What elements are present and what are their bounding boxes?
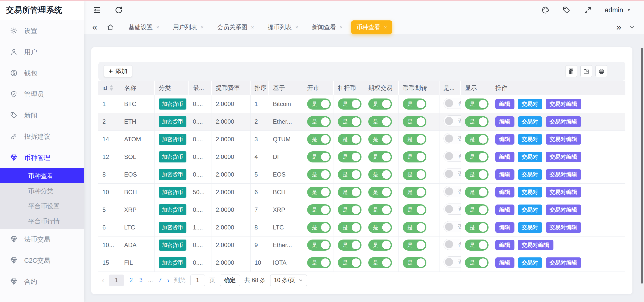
legal-toggle[interactable]: 否 [444,115,461,126]
columns-toggle-button[interactable] [565,65,577,77]
coin-transfer-toggle[interactable]: 是 [403,222,426,233]
show-toggle[interactable]: 是 [465,169,489,180]
tabs-scroll-left-button[interactable]: « [92,23,97,32]
open-market-toggle[interactable]: 是 [307,116,331,127]
export-button[interactable] [580,65,592,77]
edit-button[interactable]: 编辑 [495,187,514,197]
column-header-id[interactable]: id [98,81,120,95]
close-icon[interactable]: × [384,24,387,30]
coin-transfer-toggle[interactable]: 是 [403,98,426,110]
coin-transfer-toggle[interactable]: 是 [403,204,426,215]
options-trade-toggle[interactable]: 是 [368,240,392,251]
show-toggle[interactable]: 是 [465,98,489,110]
collapse-menu-button[interactable] [93,6,101,14]
leverage-toggle[interactable]: 是 [338,257,361,268]
options-trade-toggle[interactable]: 是 [368,116,392,127]
edit-button[interactable]: 编辑 [495,116,514,127]
prev-page-button[interactable]: ‹ [102,276,104,285]
open-market-toggle[interactable]: 是 [307,222,331,233]
legal-toggle[interactable]: 否 [444,186,461,197]
pair-edit-button[interactable]: 交易对编辑 [546,116,581,127]
pair-button[interactable]: 交易对 [518,116,542,127]
coin-transfer-toggle[interactable]: 是 [403,257,426,268]
submenu-item-platform-coin-settings[interactable]: 平台币设置 [0,198,84,214]
options-trade-toggle[interactable]: 是 [368,151,392,162]
submenu-item-platform-coin-quotes[interactable]: 平台币行情 [0,214,84,229]
submenu-item-coin-view[interactable]: 币种查看 [0,168,84,183]
close-icon[interactable]: × [340,24,343,30]
legal-toggle[interactable]: 否 [444,239,461,250]
submenu-item-coin-category[interactable]: 币种分类 [0,183,84,198]
current-page[interactable]: 1 [109,275,124,286]
leverage-toggle[interactable]: 是 [338,134,361,145]
close-icon[interactable]: × [200,24,204,30]
pair-edit-button[interactable]: 交易对编辑 [546,222,581,233]
pair-edit-button[interactable]: 交易对编辑 [546,152,581,162]
pair-button[interactable]: 交易对 [518,222,542,233]
next-page-button[interactable]: › [167,276,170,285]
options-trade-toggle[interactable]: 是 [368,169,392,180]
coin-transfer-toggle[interactable]: 是 [403,169,426,180]
coin-transfer-toggle[interactable]: 是 [403,151,426,162]
coin-transfer-toggle[interactable]: 是 [403,187,426,198]
show-toggle[interactable]: 是 [465,187,489,198]
pair-edit-button[interactable]: 交易对编辑 [546,134,581,145]
leverage-toggle[interactable]: 是 [338,98,361,110]
show-toggle[interactable]: 是 [465,134,489,145]
pair-edit-button[interactable]: 交易对编辑 [546,169,581,180]
open-market-toggle[interactable]: 是 [307,240,331,251]
tab-withdraw-list[interactable]: 提币列表× [263,20,303,34]
tag-button[interactable] [562,6,571,14]
options-trade-toggle[interactable]: 是 [368,134,392,145]
legal-toggle[interactable]: 否 [444,151,461,162]
options-trade-toggle[interactable]: 是 [368,204,392,215]
open-market-toggle[interactable]: 是 [307,134,331,145]
open-market-toggle[interactable]: 是 [307,257,331,268]
tab-news-view[interactable]: 新闻查看× [307,20,348,34]
leverage-toggle[interactable]: 是 [338,187,361,198]
sidebar-item-c2c-trade[interactable]: C2C交易 [0,250,84,271]
edit-button[interactable]: 编辑 [495,222,514,233]
options-trade-toggle[interactable]: 是 [368,222,392,233]
edit-button[interactable]: 编辑 [495,169,514,180]
page-link-3[interactable]: 3 [138,277,144,284]
refresh-button[interactable] [114,6,123,14]
tab-user-list[interactable]: 用户列表× [168,20,209,34]
leverage-toggle[interactable]: 是 [338,151,361,162]
pair-edit-button[interactable]: 交易对编辑 [518,240,553,250]
fullscreen-button[interactable] [584,6,592,14]
close-icon[interactable]: × [156,24,159,30]
pair-button[interactable]: 交易对 [518,205,542,215]
pair-button[interactable]: 交易对 [518,152,542,162]
sidebar-item-users[interactable]: 用户 [0,41,84,62]
open-market-toggle[interactable]: 是 [307,204,331,215]
tab-member-graph[interactable]: 会员关系图× [212,20,259,34]
legal-toggle[interactable]: 否 [444,256,461,267]
sidebar-item-admins[interactable]: 管理员 [0,84,84,105]
legal-toggle[interactable]: 否 [444,98,461,109]
options-trade-toggle[interactable]: 是 [368,187,392,198]
sidebar-item-coin-management[interactable]: 币种管理 [0,147,84,168]
show-toggle[interactable]: 是 [465,116,489,127]
page-link-7[interactable]: 7 [157,277,163,284]
pair-button[interactable]: 交易对 [518,187,542,197]
sidebar-item-wallet[interactable]: 钱包 [0,62,84,84]
sidebar-item-settings[interactable]: 设置 [0,20,84,41]
coin-transfer-toggle[interactable]: 是 [403,116,426,127]
leverage-toggle[interactable]: 是 [338,169,361,180]
edit-button[interactable]: 编辑 [495,134,514,145]
options-trade-toggle[interactable]: 是 [368,257,392,268]
edit-button[interactable]: 编辑 [495,257,514,268]
user-dropdown[interactable]: admin ▼ [605,6,631,14]
pair-button[interactable]: 交易对 [518,99,542,109]
edit-button[interactable]: 编辑 [495,205,514,215]
pair-edit-button[interactable]: 交易对编辑 [546,205,581,215]
open-market-toggle[interactable]: 是 [307,151,331,162]
show-toggle[interactable]: 是 [465,204,489,215]
home-tab-button[interactable] [106,23,114,31]
pair-edit-button[interactable]: 交易对编辑 [546,187,581,197]
pair-edit-button[interactable]: 交易对编辑 [546,99,581,109]
tabs-scroll-right-button[interactable]: » [616,23,621,32]
legal-toggle[interactable]: 否 [444,133,461,144]
page-size-select[interactable]: 10 条/页 [270,275,307,286]
